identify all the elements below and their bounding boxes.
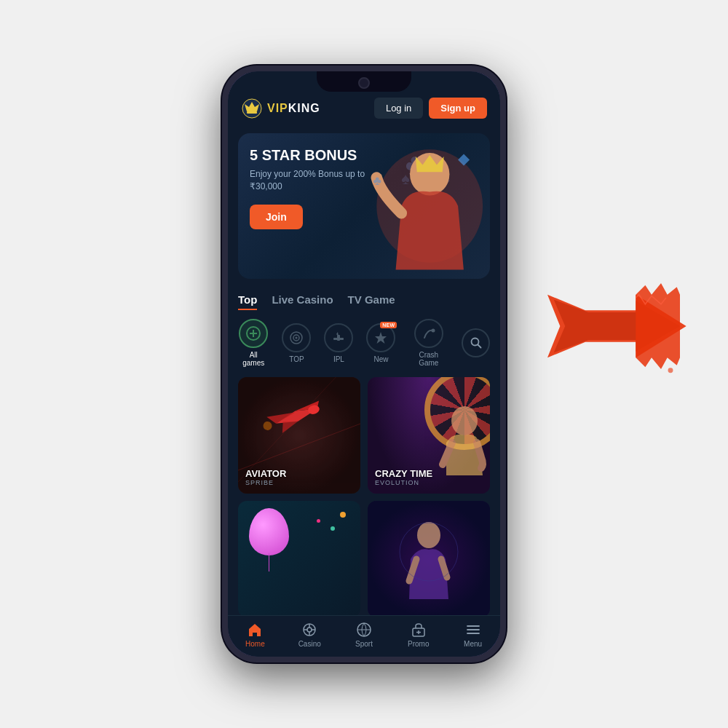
promo-icon xyxy=(411,622,427,638)
casino-icon xyxy=(301,622,317,638)
new-filter-icon: NEW xyxy=(366,323,395,352)
game-card-crazy-time[interactable]: CRAZY TIME EVOLUTION xyxy=(368,377,490,494)
vipking-logo-large xyxy=(510,261,699,392)
tab-live-casino[interactable]: Live Casino xyxy=(272,293,333,310)
lady-figure xyxy=(424,403,490,475)
svg-point-40 xyxy=(668,368,673,373)
svg-point-11 xyxy=(296,336,298,339)
nav-promo[interactable]: Promo xyxy=(391,622,446,648)
games-grid: AVIATOR SPRIBE CRAZY T xyxy=(228,374,500,615)
phone-screen: VIPKING Log in Sign up ♣ ◆ ♠ 5 STAR BONU… xyxy=(228,71,500,657)
search-icon xyxy=(470,337,482,349)
lady-figure-2 xyxy=(396,519,462,599)
tab-top[interactable]: Top xyxy=(238,293,257,310)
balloon-string xyxy=(269,553,269,571)
game-card-balloon[interactable] xyxy=(238,501,360,615)
svg-rect-14 xyxy=(337,335,340,341)
filter-top[interactable]: TOP xyxy=(282,323,311,363)
signup-button[interactable]: Sign up xyxy=(429,98,487,119)
svg-rect-2 xyxy=(247,111,257,114)
filter-crash-game[interactable]: Crash Game xyxy=(408,319,448,367)
crash-game-label: Crash Game xyxy=(408,351,448,367)
filter-ipl[interactable]: IPL xyxy=(324,323,353,363)
confetti-1 xyxy=(340,512,346,518)
all-games-icon xyxy=(239,319,268,348)
home-icon xyxy=(247,622,263,638)
svg-point-16 xyxy=(431,329,435,333)
balloon-shape-pink xyxy=(249,508,289,555)
nav-casino[interactable]: Casino xyxy=(282,622,337,648)
svg-marker-15 xyxy=(375,332,387,344)
confetti-3 xyxy=(317,519,320,523)
nav-menu-label: Menu xyxy=(464,640,482,648)
new-filter-label: New xyxy=(373,355,388,363)
svg-point-23 xyxy=(451,406,478,435)
top-bar: VIPKING Log in Sign up xyxy=(228,71,500,127)
banner-subtitle: Enjoy your 200% Bonus up to ₹30,000 xyxy=(250,168,366,193)
nav-home[interactable]: Home xyxy=(228,622,282,648)
aviator-provider: SPRIBE xyxy=(245,479,353,486)
nav-sport[interactable]: Sport xyxy=(337,622,392,648)
phone-frame: VIPKING Log in Sign up ♣ ◆ ♠ 5 STAR BONU… xyxy=(222,66,506,662)
nav-menu[interactable]: Menu xyxy=(446,622,500,648)
svg-point-20 xyxy=(262,421,273,432)
bottom-nav: Home Casino xyxy=(228,615,500,657)
svg-point-24 xyxy=(417,522,440,548)
crazy-time-name: CRAZY TIME xyxy=(375,468,483,479)
new-badge: NEW xyxy=(380,322,397,328)
menu-icon xyxy=(465,622,481,638)
top-buttons: Log in Sign up xyxy=(374,98,487,119)
crazy-time-provider: EVOLUTION xyxy=(375,479,483,486)
nav-sport-label: Sport xyxy=(355,640,373,648)
filter-row: All games TOP xyxy=(228,316,500,374)
nav-casino-label: Casino xyxy=(298,640,321,648)
category-tabs: Top Live Casino TV Game xyxy=(228,285,500,316)
top-filter-icon xyxy=(282,323,311,352)
promo-banner[interactable]: ♣ ◆ ♠ 5 STAR BONUS Enjoy your 200% Bonus… xyxy=(238,133,490,279)
plane-icon xyxy=(249,395,336,446)
game-card-aviator[interactable]: AVIATOR SPRIBE xyxy=(238,377,360,494)
banner-title: 5 STAR BONUS xyxy=(250,146,478,164)
svg-line-18 xyxy=(478,345,480,348)
filter-all-games[interactable]: All games xyxy=(238,319,269,367)
nav-promo-label: Promo xyxy=(408,640,429,648)
crown-icon xyxy=(241,98,263,119)
all-games-label: All games xyxy=(238,351,269,367)
ipl-filter-icon xyxy=(324,323,353,352)
svg-text:♣: ♣ xyxy=(373,173,381,188)
logo: VIPKING xyxy=(241,98,320,119)
filter-new[interactable]: NEW New xyxy=(366,323,395,363)
login-button[interactable]: Log in xyxy=(374,98,423,119)
right-decoration xyxy=(510,261,699,395)
confetti-2 xyxy=(331,526,335,531)
svg-point-27 xyxy=(307,628,312,632)
crash-game-icon xyxy=(414,319,443,348)
top-filter-label: TOP xyxy=(289,355,304,363)
logo-text: VIPKING xyxy=(267,102,320,115)
nav-home-label: Home xyxy=(245,640,265,648)
game-card-lady[interactable] xyxy=(368,501,490,615)
ipl-filter-label: IPL xyxy=(333,355,344,363)
aviator-game-name: AVIATOR xyxy=(245,468,353,479)
tab-tv-game[interactable]: TV Game xyxy=(348,293,395,310)
join-button[interactable]: Join xyxy=(250,205,303,229)
sport-icon xyxy=(356,622,372,638)
search-button[interactable] xyxy=(462,328,490,357)
